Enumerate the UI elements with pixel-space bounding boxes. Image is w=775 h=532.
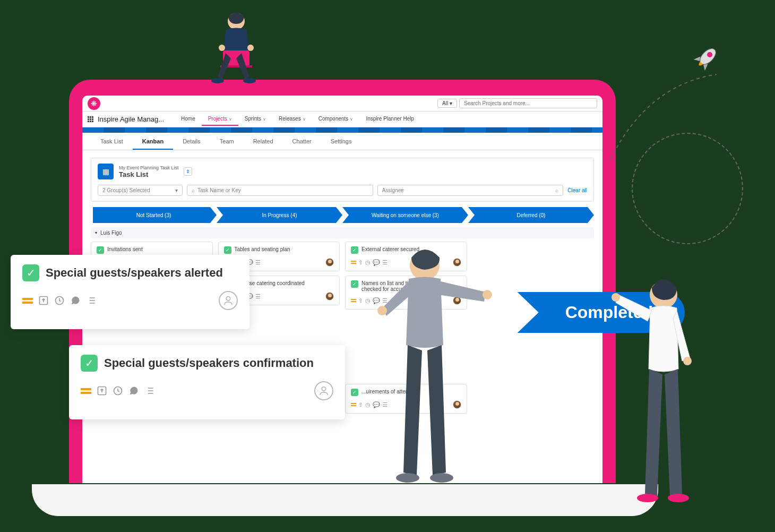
svg-point-13	[219, 45, 225, 51]
assignee-avatar	[325, 258, 334, 267]
svg-point-19	[430, 473, 453, 483]
comment-icon	[70, 295, 81, 306]
group-filter-label: 2 Group(s) Selected	[102, 187, 150, 193]
list-icon	[144, 385, 155, 396]
svg-point-12	[243, 78, 256, 83]
comment-icon	[128, 385, 139, 396]
chevron-down-icon: ∨	[229, 117, 232, 122]
search-scope-dropdown[interactable]: All ▾	[437, 99, 457, 108]
swimlane-header[interactable]: ▾ Luis Figo	[91, 227, 594, 238]
swimlane-name: Luis Figo	[100, 230, 122, 236]
illustration-person-sitting	[186, 5, 281, 101]
nav-inspire-planner-help[interactable]: Inspire Planner Help	[359, 113, 420, 126]
chevron-down-icon: ∨	[350, 117, 353, 122]
tab-kanban[interactable]: Kanban	[133, 133, 173, 150]
upload-icon	[97, 385, 107, 396]
brand-logo-icon: ❋	[88, 97, 100, 110]
task-list-title: Task List	[119, 170, 148, 178]
column-head-waiting-on-someone-else[interactable]: Waiting on someone else (3)	[342, 207, 468, 223]
project-tabs: Task ListKanbanDetailsTeamRelatedChatter…	[82, 133, 602, 150]
group-filter-dropdown[interactable]: 2 Group(s) Selected ▾	[98, 185, 183, 196]
tab-chatter[interactable]: Chatter	[283, 133, 321, 150]
clock-icon	[54, 295, 65, 306]
chevron-down-icon: ▾	[95, 230, 97, 235]
tab-team[interactable]: Team	[210, 133, 244, 150]
assignee-avatar	[325, 292, 334, 301]
search-icon: ⌕	[192, 187, 195, 193]
task-list-header-card: ▦ My Event Planning Task List Task List …	[91, 158, 594, 202]
clock-icon	[113, 385, 123, 396]
assignee-avatar-placeholder	[219, 291, 238, 310]
tab-settings[interactable]: Settings	[321, 133, 361, 150]
collapse-icon[interactable]: ⇕	[184, 167, 192, 176]
assignee-placeholder: Assignee	[382, 187, 404, 193]
svg-point-16	[377, 306, 387, 315]
overlay-task-card-2[interactable]: ✓ Special guests/speakers confirmation	[69, 345, 345, 419]
check-icon: ✓	[81, 355, 98, 372]
list-icon: ☰	[255, 259, 261, 266]
chevron-down-icon: ∨	[263, 117, 266, 122]
rocket-icon	[690, 42, 722, 74]
assignee-avatar-placeholder	[314, 381, 333, 400]
check-icon: ✓	[97, 246, 104, 254]
illustration-person-standing-left	[356, 239, 504, 504]
brand-bar: ❋ All ▾	[82, 96, 602, 111]
column-head-deferred[interactable]: Deferred (0)	[468, 207, 594, 223]
nav-home[interactable]: Home	[175, 113, 202, 126]
overlay-card-title: Special guests/speakers confirmation	[104, 356, 314, 370]
svg-point-18	[396, 473, 419, 483]
column-head-not-started[interactable]: Not Started (3)	[91, 207, 217, 223]
kanban-column-headers: Not Started (3)In Progress (4)Waiting on…	[91, 207, 594, 223]
column-head-in-progress[interactable]: In Progress (4)	[217, 207, 342, 223]
list-icon	[86, 295, 97, 306]
assignee-filter-input[interactable]: Assignee ⌕	[377, 185, 564, 196]
svg-point-11	[211, 78, 224, 83]
svg-point-14	[247, 45, 254, 51]
global-search-input[interactable]	[459, 98, 597, 108]
priority-icon	[81, 388, 91, 394]
upload-icon	[38, 295, 49, 306]
tab-details[interactable]: Details	[173, 133, 210, 150]
task-list-icon: ▦	[98, 164, 114, 179]
chevron-down-icon: ∨	[303, 117, 306, 122]
svg-point-2	[226, 297, 230, 301]
svg-point-22	[683, 357, 692, 365]
svg-point-24	[668, 494, 689, 502]
tab-related[interactable]: Related	[244, 133, 283, 150]
search-icon: ⌕	[555, 187, 558, 193]
tab-task-list[interactable]: Task List	[91, 133, 133, 150]
overlay-task-card-1[interactable]: ✓ Special guests/speakers alerted	[11, 255, 249, 329]
check-icon: ✓	[224, 246, 231, 254]
svg-point-21	[612, 293, 620, 302]
laptop-base	[32, 484, 658, 516]
clear-filters-link[interactable]: Clear all	[567, 187, 587, 193]
app-title: Inspire Agile Manag...	[98, 115, 164, 123]
search-scope-label: All	[442, 100, 448, 106]
list-icon: ☰	[255, 293, 261, 300]
card-title: Invitations sent	[107, 246, 143, 252]
app-nav: Inspire Agile Manag... HomeProjects∨Spri…	[82, 111, 602, 127]
nav-projects[interactable]: Projects∨	[202, 113, 238, 126]
chevron-down-icon: ▾	[175, 187, 178, 193]
svg-point-23	[637, 494, 658, 502]
nav-components[interactable]: Components∨	[312, 113, 360, 126]
header-wave-divider	[82, 127, 602, 133]
dashed-trail-curve	[605, 69, 722, 165]
task-search-placeholder: Task Name or Key	[197, 187, 241, 193]
nav-sprints[interactable]: Sprints∨	[238, 113, 272, 126]
app-launcher-icon[interactable]	[88, 116, 93, 122]
illustration-person-standing-right	[595, 265, 711, 515]
priority-icon	[22, 298, 33, 304]
task-search-input[interactable]: ⌕ Task Name or Key	[187, 185, 373, 196]
task-list-eyebrow: My Event Planning Task List	[119, 165, 178, 170]
svg-point-17	[483, 290, 492, 299]
svg-point-5	[322, 387, 325, 391]
nav-releases[interactable]: Releases∨	[272, 113, 312, 126]
check-icon: ✓	[22, 264, 39, 281]
card-title: Tables and seating plan	[235, 246, 290, 252]
overlay-card-title: Special guests/speakers alerted	[46, 266, 223, 280]
